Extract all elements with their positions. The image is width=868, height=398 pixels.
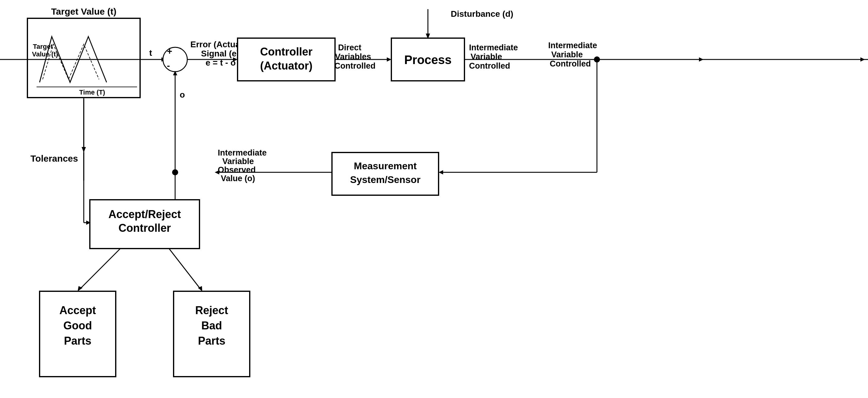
svg-text:Variable: Variable [222,157,254,166]
svg-text:Controller: Controller [119,222,171,234]
svg-text:Measurement: Measurement [354,161,417,171]
svg-text:Controlled: Controlled [469,61,510,70]
svg-text:Controlled: Controlled [550,59,591,68]
svg-text:Variable: Variable [551,50,583,59]
svg-text:Process: Process [404,53,452,66]
svg-text:-: - [167,60,170,70]
svg-text:Intermediate: Intermediate [469,43,518,52]
svg-text:Accept/Reject: Accept/Reject [108,208,181,221]
svg-text:+: + [167,46,173,56]
svg-text:Value (t): Value (t) [32,50,58,58]
svg-text:Value (o): Value (o) [221,174,255,183]
svg-text:Time (T): Time (T) [79,88,105,96]
svg-text:Intermediate: Intermediate [218,148,267,158]
svg-text:Target: Target [33,43,53,50]
svg-text:Controller: Controller [260,46,312,58]
svg-text:Intermediate: Intermediate [548,41,597,50]
svg-text:Target Value (t): Target Value (t) [51,6,116,17]
svg-text:Parts: Parts [198,335,225,347]
svg-text:Direct: Direct [338,43,362,52]
svg-text:Disturbance (d): Disturbance (d) [451,9,513,19]
svg-text:Tolerances: Tolerances [30,153,78,164]
svg-text:Signal (e): Signal (e) [201,49,239,58]
svg-text:Accept: Accept [59,304,96,317]
svg-rect-42 [332,152,439,195]
main-diagram-svg: Target Value (t) Target Value (t) Time (… [0,0,868,398]
svg-rect-1 [27,18,140,97]
svg-text:Parts: Parts [64,335,91,347]
diagram-container: Target Value (t) Target Value (t) Time (… [0,0,868,398]
svg-text:Observed: Observed [218,165,256,174]
svg-text:Good: Good [63,319,92,332]
svg-text:(Actuator): (Actuator) [260,59,312,72]
svg-text:t: t [149,48,152,58]
svg-text:Controlled: Controlled [334,61,375,70]
svg-point-13 [163,47,187,72]
svg-text:Reject: Reject [195,304,228,317]
svg-text:Variables: Variables [335,52,371,61]
svg-text:o: o [180,90,185,100]
svg-text:Variable: Variable [470,52,502,61]
svg-text:System/Sensor: System/Sensor [350,174,420,185]
svg-text:Bad: Bad [201,319,222,332]
